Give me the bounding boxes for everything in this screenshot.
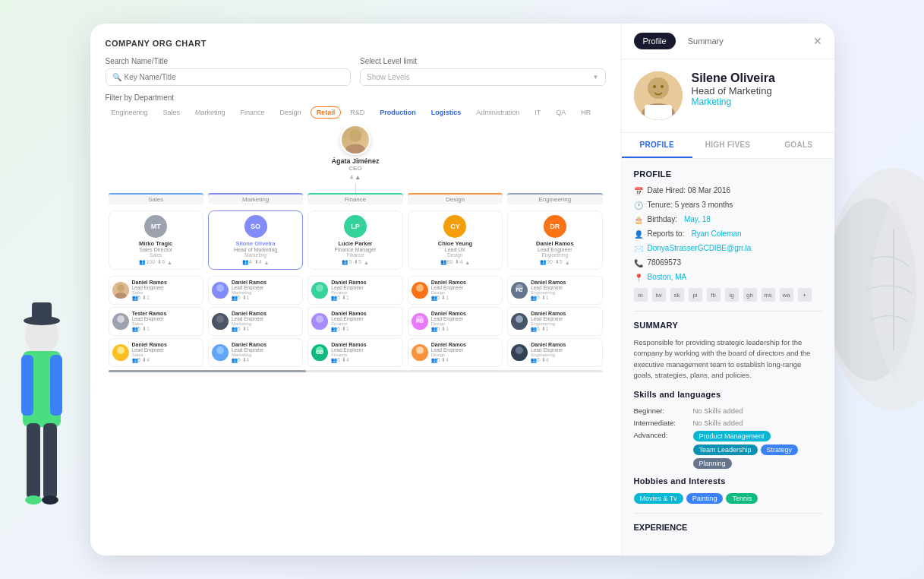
sub-avatar-m1 [212, 282, 229, 299]
svg-point-6 [25, 495, 42, 505]
svg-rect-5 [43, 423, 57, 499]
dept-marketing[interactable]: Marketing [189, 106, 232, 119]
sub-meta-f3: 👥5⬇4 [331, 357, 399, 363]
sub-fin-3[interactable]: CD Daniel Ramos Lead Engineer Finance 👥5… [307, 338, 402, 367]
add-social-icon[interactable]: + [798, 288, 812, 302]
sub-sales-3[interactable]: Daniel Ramos Lead Engineer Sales 👥5⬇4 [109, 338, 203, 367]
dept-retail[interactable]: Retail [311, 106, 342, 119]
pinterest-icon[interactable]: pi [689, 288, 702, 302]
director-design[interactable]: CY Chloe Yeung Lead UX Design 👥80 ⬇4 ▲ [408, 210, 503, 270]
dept-qa[interactable]: QA [550, 106, 572, 119]
svg-point-39 [414, 355, 426, 361]
scroll-bar[interactable] [109, 370, 603, 372]
director-sales[interactable]: MT Mirko Tragic Sales Director Sales 👥10… [109, 210, 203, 270]
profile-tenure: 🕐 Tenure: 5 years 3 months [634, 201, 822, 210]
expand-count: 4 [350, 174, 353, 181]
chevron-up-icon: ▲ [355, 174, 361, 181]
svg-point-51 [653, 85, 656, 88]
sub-eng-3[interactable]: Daniel Ramos Lead Engineer Engineering 👥… [507, 338, 602, 367]
sub-tab-goals[interactable]: GOALS [763, 133, 834, 158]
sub-sales-1[interactable]: Daniel Ramos Lead Engineer Sales 👥5⬇1 [109, 276, 203, 305]
ceo-node[interactable]: Ágata Jiménez CEO 4 ▲ [331, 125, 379, 181]
sub-mkt-3[interactable]: Daniel Ramos Lead Engineer Marketing 👥5⬇… [208, 338, 303, 367]
sub-eng-1[interactable]: FC Daniel Ramos Lead Engineer Engineerin… [507, 276, 602, 305]
close-button[interactable]: ✕ [813, 35, 822, 47]
dept-design[interactable]: Design [274, 106, 307, 119]
search-input[interactable] [125, 73, 345, 81]
sub-fin-2[interactable]: Daniel Ramos Lead Engineer Finance 👥5⬇1 [307, 307, 402, 336]
whatsapp-icon[interactable]: wa [780, 288, 793, 302]
dept-rnd[interactable]: R&D [344, 106, 371, 119]
ceo-expand[interactable]: 4 ▲ [350, 174, 361, 181]
svg-rect-3 [50, 355, 62, 416]
sub-des-1[interactable]: Daniel Ramos Lead Engineer Design 👥5⬇1 [408, 276, 503, 305]
sub-tab-profile[interactable]: PROFILE [622, 133, 692, 158]
linkedin-icon[interactable]: in [634, 288, 648, 302]
director-marketing[interactable]: SO Silone Oliveira Head of Marketing Mar… [208, 210, 303, 270]
reports-icon: 👤 [634, 230, 643, 239]
github-icon[interactable]: gh [743, 288, 757, 302]
sub-info-s1: Daniel Ramos Lead Engineer Sales 👥5⬇1 [132, 280, 200, 301]
twitter-icon[interactable]: tw [652, 288, 666, 302]
meta-cy: 👥80 ⬇4 ▲ [440, 259, 471, 265]
org-chart-area: Ágata Jiménez CEO 4 ▲ Sales Marketing Fi… [106, 125, 606, 540]
search-input-wrap[interactable]: 🔍 [106, 68, 352, 86]
sub-sales-2[interactable]: Tester Ramos Lead Engineer Sales 👥5⬇1 [109, 307, 203, 336]
count-dr: 👥90 [540, 259, 553, 265]
dept-it[interactable]: IT [528, 106, 547, 119]
instagram-icon[interactable]: ig [725, 288, 739, 302]
sub-mkt-2[interactable]: Daniel Ramos Lead Engineer Marketing 👥5⬇… [208, 307, 303, 336]
dept-production[interactable]: Production [374, 106, 422, 119]
level-select[interactable]: Show Levels ▼ [360, 68, 606, 86]
sub-avatar-d3 [412, 344, 428, 361]
col-engineering: Engineering [507, 193, 602, 204]
sub-lp: ⬇5 [354, 259, 361, 265]
name-mt: Mirko Tragic [139, 240, 172, 247]
svg-point-27 [314, 293, 326, 299]
skill-tag-strategy: Strategy [761, 445, 799, 455]
skill-tag-product-management: Product Management [693, 431, 771, 441]
director-engineering[interactable]: DR Daniel Ramos Lead Engineer Engineerin… [507, 210, 602, 270]
tab-summary[interactable]: Summary [679, 33, 733, 49]
skill-advanced-tags: Product Management Team Leadership Strat… [693, 431, 822, 469]
dept-finance[interactable]: Finance [235, 106, 271, 119]
reports-to-link[interactable]: Ryan Coleman [691, 229, 741, 238]
sub-eng-2[interactable]: Daniel Ramos Lead Engineer Engineering 👥… [507, 307, 602, 336]
sub-des-2[interactable]: PG Daniel Ramos Lead Engineer Design 👥5⬇… [408, 307, 503, 336]
svg-rect-4 [27, 423, 40, 499]
dept-hr[interactable]: HR [575, 106, 597, 119]
skill-intermediate: Intermediate: No Skills added [634, 419, 822, 427]
sub-avatar-s1 [112, 282, 129, 299]
skill-advanced: Advanced: Product Management Team Leader… [634, 431, 822, 469]
svg-point-48 [648, 78, 669, 99]
sub-tab-highfives[interactable]: HIGH FIVES [692, 133, 763, 158]
dept-sales[interactable]: Sales [157, 106, 187, 119]
sub-name-m1: Daniel Ramos [232, 280, 299, 285]
search-group: Search Name/Title 🔍 [106, 57, 352, 86]
count-mt: 👥100 [139, 259, 155, 265]
skype-icon[interactable]: sk [670, 288, 684, 302]
profile-location: 📍 Boston, MA [634, 273, 822, 282]
dept-logistics[interactable]: Logistics [425, 106, 468, 119]
sub-avatar-m3 [212, 344, 229, 361]
director-finance[interactable]: LP Lucie Parker Finance Manager Finance … [307, 210, 402, 270]
sub-avatar-e3 [511, 344, 528, 361]
search-label: Search Name/Title [106, 57, 352, 65]
dept-administration[interactable]: Administration [470, 106, 525, 119]
sub-avatar-d1 [412, 282, 428, 299]
tab-profile[interactable]: Profile [634, 33, 676, 49]
sub-fin-1[interactable]: Daniel Ramos Lead Engineer Finance 👥5⬇1 [307, 276, 402, 305]
avatar-mt: MT [144, 215, 167, 238]
sub-mkt-1[interactable]: Daniel Ramos Lead Engineer Marketing 👥5⬇… [208, 276, 303, 305]
date-hired-text: Date Hired: 08 Mar 2016 [648, 186, 731, 195]
facebook-icon[interactable]: fb [707, 288, 721, 302]
svg-point-7 [42, 495, 58, 505]
name-lp: Lucie Parker [339, 240, 373, 247]
dept-engineering[interactable]: Engineering [106, 106, 154, 119]
sub-meta-s3: 👥5⬇4 [132, 357, 200, 363]
email-text[interactable]: DonyaStrasserGCDIBE@grr.la [648, 244, 752, 252]
sub-name-f1: Daniel Ramos [331, 280, 399, 285]
messenger-icon[interactable]: ms [762, 288, 775, 302]
sub-mt: ⬇6 [157, 259, 165, 265]
sub-des-3[interactable]: Daniel Ramos Lead Engineer Design 👥5⬇4 [408, 338, 503, 367]
